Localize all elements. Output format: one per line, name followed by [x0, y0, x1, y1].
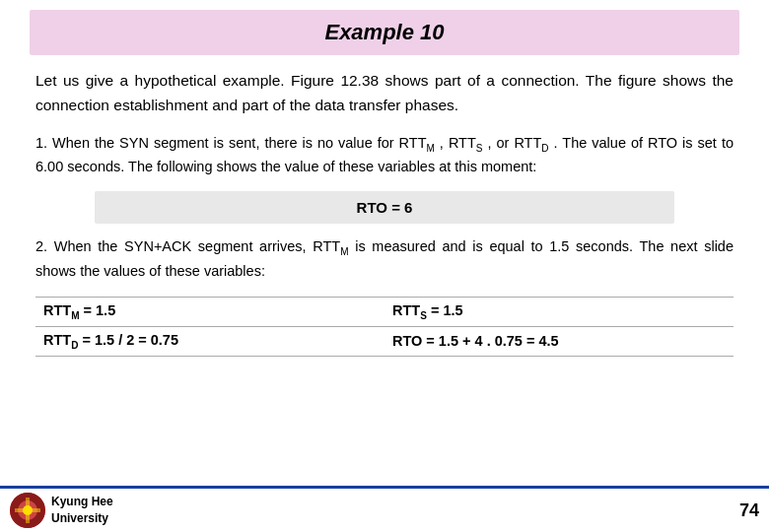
intro-paragraph: Let us give a hypothetical example. Figu… — [35, 69, 734, 118]
page-number: 74 — [739, 500, 759, 521]
section1-subm: M — [427, 135, 435, 151]
school-name: Kyung Hee University — [51, 494, 113, 527]
university-logo — [10, 493, 45, 528]
table-cell-left-1: RTTM = 1.5 — [35, 297, 384, 326]
content-area: Let us give a hypothetical example. Figu… — [0, 55, 769, 486]
variables-table: RTTM = 1.5 RTTS = 1.5 RTTD = 1.5 / 2 = 0… — [35, 297, 734, 357]
table-cell-right-1: RTTS = 1.5 — [384, 297, 734, 326]
svg-rect-4 — [15, 508, 40, 512]
section1-part3: , or RTT — [482, 135, 541, 151]
section1-text: 1. When the SYN segment is sent, there i… — [35, 132, 734, 179]
table-cell-left-2: RTTD = 1.5 / 2 = 0.75 — [35, 326, 384, 356]
var-right-label-2: RTO = 1.5 + 4 . 0.75 = 4.5 — [392, 333, 559, 349]
section2-part1: 2. When the SYN+ACK segment arrives, RTT — [35, 238, 340, 254]
title-bar: Example 10 — [30, 10, 739, 55]
school-name-line1: Kyung Hee — [51, 494, 113, 510]
section2-subm: M — [340, 238, 348, 254]
footer-logo: Kyung Hee University — [10, 493, 113, 528]
section2-text: 2. When the SYN+ACK segment arrives, RTT… — [35, 235, 734, 283]
table-cell-right-2: RTO = 1.5 + 4 . 0.75 = 4.5 — [384, 326, 734, 356]
var-left-label-1: RTTM = 1.5 — [43, 302, 115, 318]
slide-title: Example 10 — [324, 20, 444, 44]
rto-box: RTO = 6 — [95, 191, 674, 224]
var-left-label-2: RTTD = 1.5 / 2 = 0.75 — [43, 332, 178, 348]
table-row: RTTM = 1.5 RTTS = 1.5 — [35, 297, 734, 326]
section1-part2: , RTT — [435, 135, 476, 151]
section1-part1: 1. When the SYN segment is sent, there i… — [35, 135, 427, 151]
slide-container: Example 10 Let us give a hypothetical ex… — [0, 0, 769, 532]
var-right-label-1: RTTS = 1.5 — [392, 302, 463, 318]
table-row: RTTD = 1.5 / 2 = 0.75 RTO = 1.5 + 4 . 0.… — [35, 326, 734, 356]
logo-svg — [10, 493, 45, 528]
section1-subd: D — [541, 135, 548, 151]
school-name-line2: University — [51, 510, 113, 527]
footer: Kyung Hee University 74 — [0, 486, 769, 532]
